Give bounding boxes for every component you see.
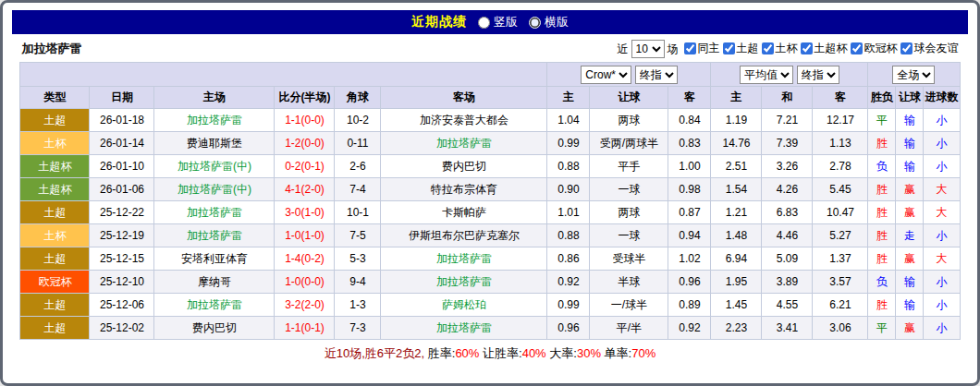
filter-checkbox-土超[interactable]: 土超 [723, 41, 759, 56]
column-header: 主 [711, 87, 762, 109]
result-flag: 胜 [868, 178, 896, 201]
filter-checkbox-土超杯[interactable]: 土超杯 [801, 41, 848, 56]
home-team[interactable]: 费迪耶斯堡 [154, 132, 275, 155]
handicap-flag: 输 [896, 271, 924, 294]
avg-odds-home: 1.21 [711, 201, 762, 224]
layout-option-horizontal[interactable]: 横版 [529, 14, 569, 30]
goals-flag: 小 [924, 317, 960, 340]
odds-company-select[interactable]: Crow* [581, 66, 631, 84]
home-team[interactable]: 加拉塔萨雷 [154, 201, 275, 224]
handicap-flag: 赢 [896, 201, 924, 224]
avg-odds-home: 1.48 [711, 224, 762, 247]
away-team[interactable]: 萨姆松珀 [381, 294, 547, 317]
goals-flag: 小 [924, 271, 960, 294]
checkbox-input[interactable] [723, 42, 735, 54]
filter-checkbox-欧冠杯[interactable]: 欧冠杯 [851, 41, 898, 56]
goals-flag: 大 [924, 247, 960, 271]
vertical-layout-radio[interactable] [478, 17, 490, 29]
filter-checkbox-土杯[interactable]: 土杯 [762, 41, 798, 56]
score: 1-1(0-1) [275, 317, 335, 340]
match-date: 25-12-15 [90, 247, 154, 271]
result-flag: 平 [868, 109, 896, 132]
avg-odds-home: 2.51 [711, 155, 762, 178]
summary-line: 近10场,胜6平2负2, 胜率:60% 让胜率:40% 大率:30% 单率:70… [12, 340, 968, 362]
filter-checkbox-同主[interactable]: 同主 [684, 41, 720, 56]
home-team[interactable]: 加拉塔萨雷(中) [154, 155, 275, 178]
topbar: 近期战绩 竖版 横版 [12, 10, 968, 34]
away-team[interactable]: 加拉塔萨雷 [381, 317, 547, 340]
layout-option-vertical[interactable]: 竖版 [478, 14, 518, 30]
result-flag: 胜 [868, 224, 896, 247]
checkbox-label: 土超杯 [815, 41, 848, 56]
result-flag: 负 [868, 271, 896, 294]
column-header: 客 [813, 87, 868, 109]
away-team[interactable]: 加济安泰普大都会 [381, 109, 547, 132]
average-stage-select[interactable]: 终指 [797, 66, 839, 84]
competition-badge: 土超 [20, 317, 90, 340]
handicap-odds-away: 0.92 [668, 317, 711, 340]
avg-odds-draw: 3.26 [762, 155, 813, 178]
checkbox-input[interactable] [684, 42, 696, 54]
scope-select[interactable]: 全场 [892, 66, 935, 84]
match-row: 土杯25-12-19加拉塔萨雷1-0(1-0)7-5伊斯坦布尔巴萨克塞尔0.88… [20, 224, 960, 247]
handicap-line: 受两/两球半 [590, 132, 668, 155]
home-team[interactable]: 费内巴切 [154, 317, 275, 340]
goals-flag: 小 [924, 132, 960, 155]
page-title: 近期战绩 [411, 14, 467, 30]
checkbox-input[interactable] [801, 42, 813, 54]
home-team[interactable]: 加拉塔萨雷 [154, 224, 275, 247]
home-team[interactable]: 加拉塔萨雷 [154, 109, 275, 132]
handicap-odds-home: 0.86 [547, 247, 590, 271]
avg-odds-away: 3.57 [813, 271, 868, 294]
competition-badge: 土超杯 [20, 155, 90, 178]
handicap-odds-home: 0.90 [547, 178, 590, 201]
home-team[interactable]: 加拉塔萨雷(中) [154, 178, 275, 201]
team-name: 加拉塔萨雷 [22, 41, 82, 57]
away-team[interactable]: 费内巴切 [381, 155, 547, 178]
home-team[interactable]: 加拉塔萨雷 [154, 294, 275, 317]
match-date: 25-12-10 [90, 271, 154, 294]
odds-stage-select[interactable]: 终指 [635, 66, 678, 84]
handicap-odds-away: 0.89 [668, 294, 711, 317]
checkbox-input[interactable] [900, 42, 913, 54]
avg-odds-away: 1.13 [813, 132, 868, 155]
result-flag: 平 [868, 317, 896, 340]
avg-odds-draw: 4.46 [762, 224, 813, 247]
away-team[interactable]: 加拉塔萨雷 [381, 132, 547, 155]
checkbox-input[interactable] [851, 42, 863, 54]
corner-score: 5-3 [335, 247, 381, 271]
vertical-layout-label: 竖版 [494, 14, 518, 30]
score: 1-1(0-0) [275, 109, 335, 132]
handicap-odds-home: 1.01 [547, 201, 590, 224]
home-team[interactable]: 安塔利亚体育 [154, 247, 275, 271]
handicap-flag: 输 [896, 294, 924, 317]
column-header: 角球 [335, 87, 381, 109]
near-label: 近 [618, 42, 629, 57]
handicap-line: 平/半 [590, 317, 668, 340]
average-odds-select[interactable]: 平均值 [740, 66, 793, 84]
avg-odds-home: 1.54 [711, 178, 762, 201]
handicap-line: 一/球半 [590, 294, 668, 317]
away-team[interactable]: 加拉塔萨雷 [381, 271, 547, 294]
handicap-odds-home: 0.88 [547, 155, 590, 178]
home-team[interactable]: 摩纳哥 [154, 271, 275, 294]
summary-segment: 让胜率: [479, 346, 521, 360]
away-team[interactable]: 特拉布宗体育 [381, 178, 547, 201]
recent-count-select[interactable]: 10 [631, 40, 665, 58]
column-header: 比分(半场) [275, 87, 335, 109]
handicap-flag: 输 [896, 132, 924, 155]
result-flag: 胜 [868, 201, 896, 224]
checkbox-input[interactable] [762, 42, 774, 54]
avg-odds-away: 5.45 [813, 178, 868, 201]
away-team[interactable]: 卡斯帕萨 [381, 201, 547, 224]
match-date: 26-01-06 [90, 178, 154, 201]
filter-checkbox-球会友谊[interactable]: 球会友谊 [900, 41, 959, 56]
handicap-odds-home: 0.99 [547, 132, 590, 155]
column-header: 胜负 [868, 87, 896, 109]
avg-odds-home: 1.95 [711, 271, 762, 294]
summary-segment: 60% [455, 346, 479, 360]
away-team[interactable]: 加拉塔萨雷 [381, 247, 547, 271]
score: 1-0(0-0) [275, 271, 335, 294]
away-team[interactable]: 伊斯坦布尔巴萨克塞尔 [381, 224, 547, 247]
horizontal-layout-radio[interactable] [529, 17, 541, 29]
